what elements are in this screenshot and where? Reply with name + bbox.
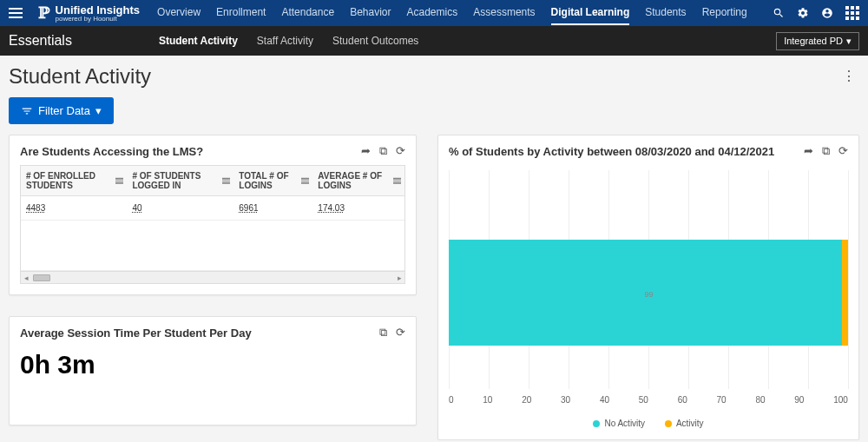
subnav-menu: Student Activity Staff Activity Student … <box>159 35 418 47</box>
topnav-item-students[interactable]: Students <box>645 1 686 25</box>
x-tick: 60 <box>678 395 687 405</box>
integrated-pd-button[interactable]: Integrated PD ▾ <box>776 32 859 50</box>
topnav-item-academics[interactable]: Academics <box>407 1 458 25</box>
lms-card-title: Are Students Accessing the LMS? <box>20 145 203 158</box>
topnav-actions <box>773 6 859 20</box>
popout-icon[interactable]: ⧉ <box>379 144 387 158</box>
kebab-menu-icon[interactable]: ⋮ <box>838 64 859 88</box>
bar-segment-activity[interactable] <box>842 240 848 346</box>
x-tick: 50 <box>639 395 648 405</box>
apps-grid-icon[interactable] <box>845 6 859 20</box>
brand: ℙ Unified Insights powered by Hoonuit <box>38 3 140 23</box>
cell-enrolled[interactable]: 4483 <box>26 203 45 213</box>
dashboard-left-column: Are Students Accessing the LMS? ➦ ⧉ ⟳ # … <box>9 135 417 440</box>
refresh-icon[interactable]: ⟳ <box>396 326 405 340</box>
popout-icon[interactable]: ⧉ <box>822 144 830 158</box>
brand-title: Unified Insights <box>56 4 141 16</box>
session-card-title: Average Session Time Per Student Per Day <box>20 327 252 340</box>
legend-item-activity[interactable]: Activity <box>665 419 704 428</box>
topnav-item-digital-learning[interactable]: Digital Learning <box>551 1 630 25</box>
bar-value-label: 99 <box>644 290 653 299</box>
x-tick: 70 <box>717 395 727 405</box>
activity-chart-card: % of Students by Activity between 08/03/… <box>437 135 859 440</box>
cell-avg-logins[interactable]: 174.03 <box>318 203 345 213</box>
page-header: Student Activity ⋮ <box>0 56 868 92</box>
x-tick: 20 <box>522 395 531 405</box>
share-icon[interactable]: ➦ <box>804 144 813 158</box>
caret-down-icon: ▾ <box>95 104 102 117</box>
col-menu-icon[interactable] <box>222 178 230 184</box>
user-icon[interactable] <box>821 7 833 19</box>
topnav-item-assessments[interactable]: Assessments <box>473 1 535 25</box>
legend-label: Activity <box>676 419 704 428</box>
topnav-menu: Overview Enrollment Attendance Behavior … <box>157 1 747 25</box>
chart-area: 99 0 10 20 30 40 50 60 70 80 90 100 <box>449 170 848 413</box>
col-menu-icon[interactable] <box>115 178 123 184</box>
cell-total-logins[interactable]: 6961 <box>239 203 258 213</box>
topnav-item-overview[interactable]: Overview <box>157 1 201 25</box>
filter-data-button[interactable]: Filter Data ▾ <box>9 97 114 124</box>
scroll-thumb[interactable] <box>33 274 50 281</box>
hamburger-menu-icon[interactable] <box>9 3 30 23</box>
col-logged-in[interactable]: # OF STUDENTS LOGGED IN <box>127 166 233 196</box>
dashboard: Are Students Accessing the LMS? ➦ ⧉ ⟳ # … <box>0 135 868 440</box>
funnel-icon <box>21 105 33 117</box>
x-tick: 100 <box>833 395 848 405</box>
chart-card-actions: ➦ ⧉ ⟳ <box>804 144 848 158</box>
session-card-actions: ⧉ ⟳ <box>379 326 405 340</box>
legend-item-no-activity[interactable]: No Activity <box>593 419 645 428</box>
topnav-item-attendance[interactable]: Attendance <box>281 1 334 25</box>
x-tick: 90 <box>794 395 804 405</box>
chart-card-title: % of Students by Activity between 08/03/… <box>449 145 774 158</box>
legend-swatch-icon <box>665 420 672 427</box>
dashboard-right-column: % of Students by Activity between 08/03/… <box>437 135 859 440</box>
col-avg-logins[interactable]: AVERAGE # OF LOGINS <box>312 166 404 196</box>
search-icon[interactable] <box>773 7 785 19</box>
legend-label: No Activity <box>604 419 645 428</box>
subnav-item-staff-activity[interactable]: Staff Activity <box>257 35 313 47</box>
chart-x-axis: 0 10 20 30 40 50 60 70 80 90 100 <box>449 395 848 405</box>
horizontal-scrollbar[interactable]: ◂ ▸ <box>21 271 404 283</box>
refresh-icon[interactable]: ⟳ <box>838 144 848 158</box>
page-title: Student Activity <box>9 64 151 89</box>
refresh-icon[interactable]: ⟳ <box>396 144 405 158</box>
col-total-logins[interactable]: TOTAL # OF LOGINS <box>233 166 312 196</box>
integrated-pd-label: Integrated PD <box>784 36 843 46</box>
topnav-item-reporting[interactable]: Reporting <box>702 1 747 25</box>
share-icon[interactable]: ➦ <box>361 144 371 158</box>
brand-logo-icon: ℙ <box>38 3 50 23</box>
legend-swatch-icon <box>593 420 600 427</box>
topnav-item-enrollment[interactable]: Enrollment <box>216 1 266 25</box>
brand-subtitle: powered by Hoonuit <box>56 16 141 23</box>
caret-down-icon: ▾ <box>846 36 852 47</box>
avg-session-card: Average Session Time Per Student Per Day… <box>9 316 417 426</box>
lms-table-wrap: # OF ENROLLED STUDENTS # OF STUDENTS LOG… <box>20 165 405 284</box>
x-tick: 80 <box>755 395 765 405</box>
x-tick: 0 <box>449 395 454 405</box>
topnav-item-behavior[interactable]: Behavior <box>350 1 391 25</box>
subnav-title: Essentials <box>9 33 72 49</box>
table-row: 4483 40 6961 174.03 <box>21 196 404 221</box>
x-tick: 30 <box>561 395 570 405</box>
scroll-left-icon[interactable]: ◂ <box>21 274 31 282</box>
lms-card-actions: ➦ ⧉ ⟳ <box>361 144 405 158</box>
topnav: ℙ Unified Insights powered by Hoonuit Ov… <box>0 0 868 26</box>
popout-icon[interactable]: ⧉ <box>379 326 387 340</box>
filter-data-label: Filter Data <box>38 104 90 117</box>
x-tick: 40 <box>600 395 609 405</box>
subnav-item-student-outcomes[interactable]: Student Outcomes <box>332 35 418 47</box>
col-menu-icon[interactable] <box>393 178 401 184</box>
col-enrolled[interactable]: # OF ENROLLED STUDENTS <box>21 166 127 196</box>
subnav-item-student-activity[interactable]: Student Activity <box>159 35 238 47</box>
x-tick: 10 <box>483 395 492 405</box>
lms-table: # OF ENROLLED STUDENTS # OF STUDENTS LOG… <box>21 166 404 271</box>
chart-legend: No Activity Activity <box>449 413 848 434</box>
gear-icon[interactable] <box>797 7 809 19</box>
avg-session-value: 0h 3m <box>20 346 405 414</box>
subnav: Essentials Student Activity Staff Activi… <box>0 26 868 56</box>
scroll-right-icon[interactable]: ▸ <box>394 274 404 282</box>
lms-access-card: Are Students Accessing the LMS? ➦ ⧉ ⟳ # … <box>9 135 417 295</box>
cell-logged-in[interactable]: 40 <box>132 203 141 213</box>
col-menu-icon[interactable] <box>301 178 309 184</box>
